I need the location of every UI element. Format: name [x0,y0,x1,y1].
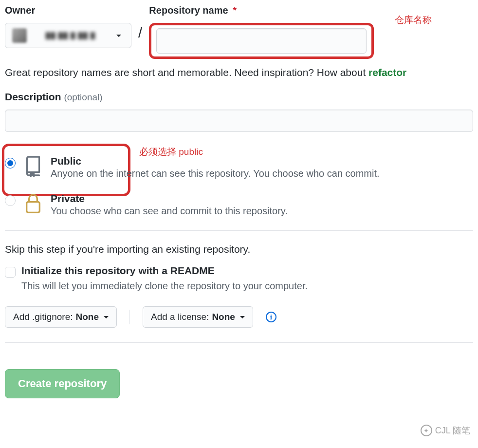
description-label-text: Description [5,91,61,102]
reponame-label-text: Repository name [149,5,228,16]
annotation-highlight-reponame [149,23,374,59]
reponame-help-text: Great repository names are short and mem… [5,67,473,78]
owner-label: Owner [5,5,131,16]
svg-rect-0 [27,202,40,213]
annotation-reponame-text: 仓库名称 [395,14,432,26]
visibility-private-option[interactable]: Private You choose who can see and commi… [5,193,473,217]
license-select[interactable]: Add a license: None [143,306,253,328]
description-input[interactable] [5,110,473,132]
readme-label: Initialize this repository with a README [21,265,215,277]
help-prefix: Great repository names are short and mem… [5,67,368,78]
owner-username: ██ ██ █ ██ █ [32,32,110,39]
owner-select-button[interactable]: ██ ██ █ ██ █ [5,23,131,48]
gitignore-select[interactable]: Add .gitignore: None [5,306,117,328]
divider-vertical [129,310,130,324]
divider [5,342,473,343]
visibility-section: 必须选择 public Public Anyone on the interne… [5,155,473,217]
visibility-public-option[interactable]: Public Anyone on the internet can see th… [5,155,473,179]
separator-slash: / [138,5,142,41]
readme-option[interactable]: Initialize this repository with a README [5,265,473,278]
skip-import-text: Skip this step if you're importing an ex… [5,243,473,255]
license-value: None [212,312,235,322]
description-optional-text: (optional) [64,92,102,102]
radio-private[interactable] [5,195,16,206]
init-selectors-row: Add .gitignore: None Add a license: None… [5,306,473,328]
description-label: Description (optional) [5,91,103,102]
owner-field: Owner ██ ██ █ ██ █ [5,5,131,48]
public-title: Public [51,155,380,167]
chevron-down-icon [116,35,121,37]
required-asterisk: * [233,5,237,16]
repo-public-icon [22,155,44,177]
radio-public[interactable] [5,158,16,168]
create-repository-button[interactable]: Create repository [5,369,120,398]
divider [5,230,473,231]
reponame-suggestion-link[interactable]: refactor [368,67,406,78]
reponame-input[interactable] [156,28,367,54]
private-title: Private [51,193,288,205]
chevron-down-icon [240,316,245,318]
gitignore-prefix: Add .gitignore: [13,312,73,322]
readme-desc: This will let you immediately clone the … [21,280,473,292]
reponame-label: Repository name * [149,5,374,16]
avatar [12,28,27,43]
description-field: Description (optional) [5,91,473,132]
readme-checkbox[interactable] [5,267,16,278]
public-desc: Anyone on the internet can see this repo… [51,168,380,179]
chevron-down-icon [104,316,109,318]
reponame-field: Repository name * 仓库名称 [149,5,374,59]
gitignore-value: None [76,312,99,322]
lock-icon [22,193,44,214]
info-icon[interactable]: i [266,312,276,322]
license-prefix: Add a license: [151,312,209,322]
private-desc: You choose who can see and commit to thi… [51,205,288,217]
